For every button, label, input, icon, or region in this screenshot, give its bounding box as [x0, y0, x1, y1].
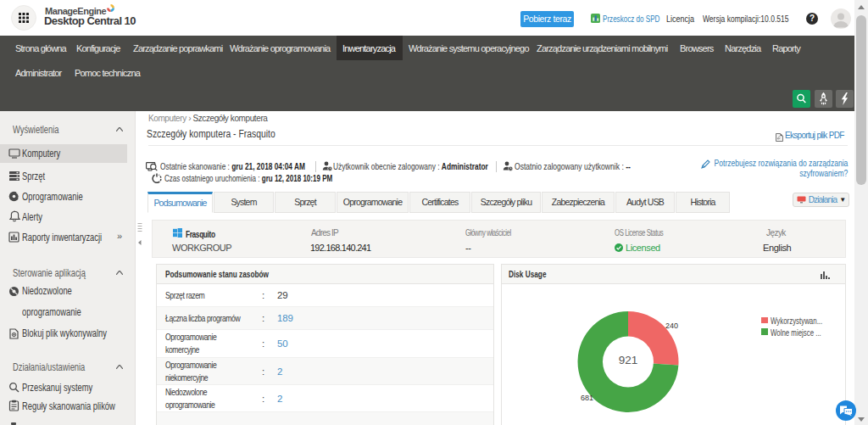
- svg-text:240: 240: [665, 322, 678, 330]
- svg-text:681: 681: [581, 394, 593, 402]
- svg-text:921: 921: [619, 354, 638, 366]
